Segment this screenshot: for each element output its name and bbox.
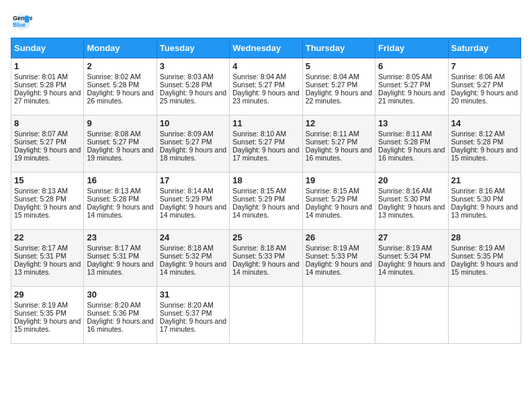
calendar-cell: 14Sunrise: 8:12 AMSunset: 5:28 PMDayligh… bbox=[448, 116, 521, 173]
day-number: 11 bbox=[232, 118, 299, 128]
day-number: 19 bbox=[306, 175, 372, 185]
sunrise-label: Sunrise: 8:15 AM bbox=[232, 187, 286, 195]
day-number: 14 bbox=[451, 118, 518, 128]
calendar-cell bbox=[230, 287, 302, 344]
day-number: 10 bbox=[160, 118, 226, 128]
day-number: 24 bbox=[160, 232, 226, 242]
sunrise-label: Sunrise: 8:09 AM bbox=[160, 130, 214, 138]
calendar-cell: 7Sunrise: 8:06 AMSunset: 5:27 PMDaylight… bbox=[448, 58, 521, 116]
sunset-label: Sunset: 5:30 PM bbox=[451, 195, 504, 203]
sunset-label: Sunset: 5:27 PM bbox=[14, 138, 66, 146]
calendar-table: SundayMondayTuesdayWednesdayThursdayFrid… bbox=[11, 38, 521, 344]
week-row-4: 22Sunrise: 8:17 AMSunset: 5:31 PMDayligh… bbox=[11, 230, 521, 287]
calendar-cell: 20Sunrise: 8:16 AMSunset: 5:30 PMDayligh… bbox=[375, 173, 448, 230]
calendar-cell: 13Sunrise: 8:11 AMSunset: 5:28 PMDayligh… bbox=[375, 116, 448, 173]
sunrise-label: Sunrise: 8:19 AM bbox=[378, 244, 432, 252]
calendar-cell: 28Sunrise: 8:19 AMSunset: 5:35 PMDayligh… bbox=[448, 230, 521, 287]
sunset-label: Sunset: 5:27 PM bbox=[232, 81, 285, 89]
weekday-monday: Monday bbox=[84, 38, 157, 58]
daylight-label: Daylight: 9 hours and 14 minutes. bbox=[232, 260, 299, 276]
sunset-label: Sunset: 5:28 PM bbox=[160, 81, 212, 89]
daylight-label: Daylight: 9 hours and 13 minutes. bbox=[378, 203, 445, 219]
calendar-cell: 8Sunrise: 8:07 AMSunset: 5:27 PMDaylight… bbox=[11, 116, 84, 173]
day-number: 20 bbox=[378, 175, 445, 185]
daylight-label: Daylight: 9 hours and 13 minutes. bbox=[87, 260, 153, 276]
day-number: 16 bbox=[87, 175, 153, 185]
sunrise-label: Sunrise: 8:05 AM bbox=[378, 73, 432, 81]
calendar-cell: 17Sunrise: 8:14 AMSunset: 5:29 PMDayligh… bbox=[157, 173, 229, 230]
sunset-label: Sunset: 5:28 PM bbox=[14, 195, 66, 203]
daylight-label: Daylight: 9 hours and 14 minutes. bbox=[306, 203, 372, 219]
sunset-label: Sunset: 5:37 PM bbox=[160, 309, 212, 317]
sunset-label: Sunset: 5:27 PM bbox=[451, 81, 504, 89]
daylight-label: Daylight: 9 hours and 17 minutes. bbox=[232, 146, 299, 162]
sunset-label: Sunset: 5:27 PM bbox=[160, 138, 212, 146]
day-number: 7 bbox=[451, 61, 518, 71]
sunrise-label: Sunrise: 8:17 AM bbox=[87, 244, 140, 252]
calendar-cell bbox=[375, 287, 448, 344]
sunset-label: Sunset: 5:31 PM bbox=[14, 252, 66, 260]
calendar-cell: 19Sunrise: 8:15 AMSunset: 5:29 PMDayligh… bbox=[302, 173, 375, 230]
daylight-label: Daylight: 9 hours and 15 minutes. bbox=[451, 260, 518, 276]
daylight-label: Daylight: 9 hours and 25 minutes. bbox=[160, 89, 226, 105]
sunrise-label: Sunrise: 8:13 AM bbox=[14, 187, 68, 195]
day-number: 5 bbox=[306, 61, 372, 71]
sunrise-label: Sunrise: 8:04 AM bbox=[232, 73, 286, 81]
day-number: 12 bbox=[306, 118, 372, 128]
sunset-label: Sunset: 5:34 PM bbox=[378, 252, 431, 260]
day-number: 2 bbox=[87, 61, 153, 71]
daylight-label: Daylight: 9 hours and 19 minutes. bbox=[14, 146, 81, 162]
daylight-label: Daylight: 9 hours and 14 minutes. bbox=[232, 203, 299, 219]
weekday-header-row: SundayMondayTuesdayWednesdayThursdayFrid… bbox=[11, 38, 521, 58]
logo-icon: General Blue bbox=[11, 11, 32, 32]
daylight-label: Daylight: 9 hours and 17 minutes. bbox=[160, 317, 226, 333]
calendar-cell: 23Sunrise: 8:17 AMSunset: 5:31 PMDayligh… bbox=[84, 230, 157, 287]
calendar-cell: 29Sunrise: 8:19 AMSunset: 5:35 PMDayligh… bbox=[11, 287, 84, 344]
sunrise-label: Sunrise: 8:14 AM bbox=[160, 187, 214, 195]
sunset-label: Sunset: 5:33 PM bbox=[232, 252, 285, 260]
sunset-label: Sunset: 5:29 PM bbox=[232, 195, 285, 203]
sunrise-label: Sunrise: 8:20 AM bbox=[160, 301, 214, 309]
daylight-label: Daylight: 9 hours and 14 minutes. bbox=[306, 260, 372, 276]
sunrise-label: Sunrise: 8:19 AM bbox=[451, 244, 505, 252]
sunset-label: Sunset: 5:28 PM bbox=[378, 138, 431, 146]
day-number: 18 bbox=[232, 175, 299, 185]
calendar-cell: 18Sunrise: 8:15 AMSunset: 5:29 PMDayligh… bbox=[230, 173, 302, 230]
calendar-cell: 22Sunrise: 8:17 AMSunset: 5:31 PMDayligh… bbox=[11, 230, 84, 287]
calendar-cell: 2Sunrise: 8:02 AMSunset: 5:28 PMDaylight… bbox=[84, 58, 157, 116]
sunrise-label: Sunrise: 8:06 AM bbox=[451, 73, 505, 81]
sunset-label: Sunset: 5:36 PM bbox=[87, 309, 139, 317]
daylight-label: Daylight: 9 hours and 18 minutes. bbox=[160, 146, 226, 162]
sunrise-label: Sunrise: 8:13 AM bbox=[87, 187, 140, 195]
calendar-cell bbox=[448, 287, 521, 344]
daylight-label: Daylight: 9 hours and 23 minutes. bbox=[232, 89, 299, 105]
day-number: 28 bbox=[451, 232, 518, 242]
daylight-label: Daylight: 9 hours and 16 minutes. bbox=[87, 317, 153, 333]
calendar-cell: 3Sunrise: 8:03 AMSunset: 5:28 PMDaylight… bbox=[157, 58, 229, 116]
daylight-label: Daylight: 9 hours and 13 minutes. bbox=[451, 203, 518, 219]
day-number: 8 bbox=[14, 118, 81, 128]
daylight-label: Daylight: 9 hours and 16 minutes. bbox=[306, 146, 372, 162]
weekday-friday: Friday bbox=[375, 38, 448, 58]
daylight-label: Daylight: 9 hours and 13 minutes. bbox=[14, 260, 81, 276]
week-row-2: 8Sunrise: 8:07 AMSunset: 5:27 PMDaylight… bbox=[11, 116, 521, 173]
day-number: 3 bbox=[160, 61, 226, 71]
sunrise-label: Sunrise: 8:20 AM bbox=[87, 301, 140, 309]
day-number: 13 bbox=[378, 118, 445, 128]
sunrise-label: Sunrise: 8:18 AM bbox=[232, 244, 286, 252]
sunrise-label: Sunrise: 8:01 AM bbox=[14, 73, 68, 81]
calendar-cell: 30Sunrise: 8:20 AMSunset: 5:36 PMDayligh… bbox=[84, 287, 157, 344]
sunrise-label: Sunrise: 8:08 AM bbox=[87, 130, 140, 138]
sunset-label: Sunset: 5:35 PM bbox=[14, 309, 66, 317]
calendar-cell bbox=[302, 287, 375, 344]
weekday-saturday: Saturday bbox=[448, 38, 521, 58]
day-number: 17 bbox=[160, 175, 226, 185]
day-number: 4 bbox=[232, 61, 299, 71]
day-number: 15 bbox=[14, 175, 81, 185]
calendar-cell: 27Sunrise: 8:19 AMSunset: 5:34 PMDayligh… bbox=[375, 230, 448, 287]
week-row-3: 15Sunrise: 8:13 AMSunset: 5:28 PMDayligh… bbox=[11, 173, 521, 230]
calendar-cell: 6Sunrise: 8:05 AMSunset: 5:27 PMDaylight… bbox=[375, 58, 448, 116]
sunrise-label: Sunrise: 8:02 AM bbox=[87, 73, 140, 81]
day-number: 29 bbox=[14, 289, 81, 300]
daylight-label: Daylight: 9 hours and 15 minutes. bbox=[14, 317, 81, 333]
